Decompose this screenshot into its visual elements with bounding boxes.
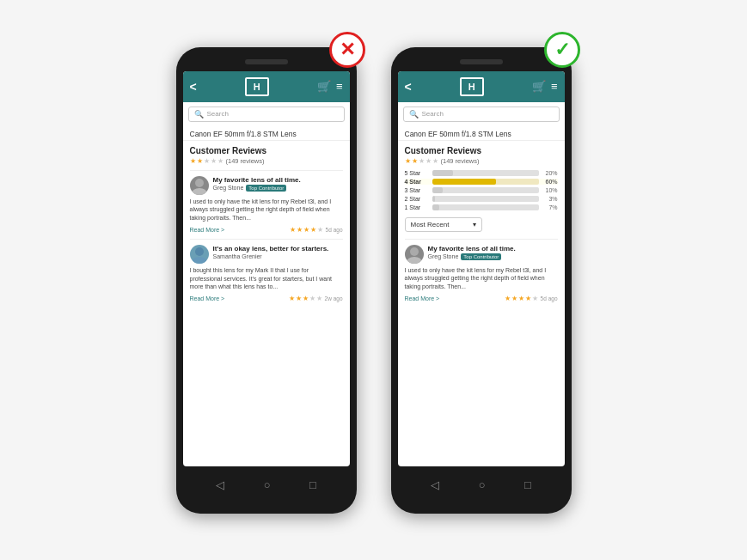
review-stars-time-2-bad: ★ ★ ★ ★ ★ 2w ago	[289, 295, 343, 302]
logo-good: H	[460, 77, 484, 96]
back-button-good[interactable]: <	[405, 80, 412, 94]
svg-point-3	[192, 257, 207, 264]
rating-bar-bg-3	[432, 187, 539, 193]
bad-phone-nav: ◁ ○ □	[183, 472, 350, 498]
svg-point-4	[410, 247, 419, 256]
back-button-bad[interactable]: <	[190, 80, 197, 94]
review-header-2-bad: It's an okay lens, better for starters. …	[190, 245, 343, 264]
overall-stars-good: ★ ★ ★ ★ ★	[405, 157, 438, 165]
reviewer-name-2-bad: Samantha Grenier	[213, 253, 262, 259]
reviewer-row-1-good: Greg Stone Top Contributor	[428, 253, 558, 260]
phone-speaker-good	[460, 59, 503, 64]
review-count-bad: (149 reviews)	[226, 157, 265, 165]
rating-bar-fill-4	[432, 179, 496, 185]
top-bar-icons-bad: 🛒 ≡	[317, 80, 343, 93]
logo-bad: H	[245, 77, 269, 96]
good-phone-nav: ◁ ○ □	[398, 472, 565, 498]
star-4-bad: ★	[211, 157, 217, 165]
read-more-1-bad[interactable]: Read More >	[190, 227, 225, 233]
rating-row-4: 4 Star 60%	[405, 179, 558, 185]
rating-pct-3: 10%	[542, 187, 558, 193]
review-stars-1-bad: ★ ★ ★ ★ ★	[290, 226, 323, 234]
reviews-section-bad: Customer Reviews ★ ★ ★ ★ ★ (149 reviews)	[183, 141, 350, 313]
review-title-2-bad: It's an okay lens, better for starters.	[213, 245, 343, 253]
nav-back-good[interactable]: ◁	[431, 478, 439, 491]
nav-recent-bad[interactable]: □	[309, 478, 316, 491]
review-title-1-bad: My favorite lens of all time.	[213, 176, 343, 184]
rating-bar-fill-1	[432, 204, 440, 210]
avatar-1-bad	[190, 176, 209, 195]
review-footer-1-bad: Read More > ★ ★ ★ ★ ★ 5d ago	[190, 226, 343, 234]
rating-row-1: 1 Star 7%	[405, 204, 558, 210]
review-card-1-good: My favorite lens of all time. Greg Stone…	[405, 239, 558, 307]
sort-arrow-icon: ▾	[473, 221, 476, 228]
bad-badge: ✕	[329, 32, 365, 68]
rating-row-3: 3 Star 10%	[405, 187, 558, 193]
menu-icon-good[interactable]: ≡	[551, 80, 558, 93]
phone-speaker	[245, 59, 288, 64]
rating-bar-fill-5	[432, 170, 454, 176]
reviews-title-bad: Customer Reviews	[190, 146, 343, 155]
review-header-1-good: My favorite lens of all time. Greg Stone…	[405, 245, 558, 264]
stars-summary-bad: ★ ★ ★ ★ ★ (149 reviews)	[190, 157, 343, 165]
product-name-good: Canon EF 50mm f/1.8 STM Lens	[398, 126, 565, 141]
reviewer-name-1-bad: Greg Stone	[213, 185, 244, 191]
rating-pct-1: 7%	[542, 204, 558, 210]
rating-row-5: 5 Star 20%	[405, 170, 558, 176]
search-icon-bad: 🔍	[194, 110, 204, 119]
nav-back-bad[interactable]: ◁	[216, 478, 224, 491]
rating-label-1: 1 Star	[405, 204, 429, 210]
rating-bar-bg-5	[432, 170, 539, 176]
cart-icon-bad[interactable]: 🛒	[317, 80, 331, 93]
good-badge: ✓	[544, 32, 580, 68]
rating-pct-4: 60%	[542, 179, 558, 185]
avatar-2-bad	[190, 245, 209, 264]
search-bar-bad: 🔍 Search	[183, 102, 350, 126]
sort-dropdown-good[interactable]: Most Recent ▾	[405, 217, 482, 232]
cart-icon-good[interactable]: 🛒	[532, 80, 546, 93]
star-1-bad: ★	[190, 157, 196, 165]
review-body-1-good: I used to only have the kit lens for my …	[405, 266, 558, 291]
nav-home-bad[interactable]: ○	[264, 478, 271, 491]
review-meta-2-bad: It's an okay lens, better for starters. …	[213, 245, 343, 259]
contributor-badge-1-bad: Top Contributor	[246, 185, 286, 192]
star-3-bad: ★	[204, 157, 210, 165]
rating-bar-bg-1	[432, 204, 539, 210]
rating-row-2: 2 Star 3%	[405, 196, 558, 202]
review-body-2-bad: I bought this lens for my Mark II that I…	[190, 266, 343, 291]
review-footer-2-bad: Read More > ★ ★ ★ ★ ★ 2w ago	[190, 295, 343, 302]
rating-bars-good: 5 Star 20% 4 Star 60%	[405, 170, 558, 210]
review-time-1-bad: 5d ago	[326, 227, 343, 233]
nav-home-good[interactable]: ○	[479, 478, 486, 491]
review-meta-1-good: My favorite lens of all time. Greg Stone…	[428, 245, 558, 260]
good-top-bar: < H 🛒 ≡	[398, 71, 565, 102]
search-placeholder-bad: Search	[207, 110, 229, 118]
svg-point-0	[195, 179, 204, 187]
product-name-bad: Canon EF 50mm f/1.8 STM Lens	[183, 126, 350, 141]
review-stars-time-1-good: ★ ★ ★ ★ ★ 5d ago	[505, 295, 558, 302]
rating-label-4: 4 Star	[405, 179, 429, 185]
search-input-bad[interactable]: 🔍 Search	[188, 107, 345, 122]
search-input-good[interactable]: 🔍 Search	[403, 107, 560, 122]
nav-recent-good[interactable]: □	[524, 478, 531, 491]
review-footer-1-good: Read More > ★ ★ ★ ★ ★ 5d ago	[405, 295, 558, 302]
search-placeholder-good: Search	[422, 110, 444, 118]
contributor-badge-1-good: Top Contributor	[461, 253, 501, 260]
rating-bar-bg-2	[432, 196, 539, 202]
reviewer-row-1-bad: Greg Stone Top Contributor	[213, 185, 343, 192]
rating-label-2: 2 Star	[405, 196, 429, 202]
svg-point-2	[195, 247, 204, 256]
svg-point-1	[192, 188, 207, 195]
stars-summary-good: ★ ★ ★ ★ ★ (149 reviews)	[405, 157, 558, 165]
top-bar-icons-good: 🛒 ≡	[532, 80, 558, 93]
read-more-1-good[interactable]: Read More >	[405, 295, 440, 301]
bad-phone: < H 🛒 ≡ 🔍 Search Canon EF 50mm f/1.8 STM…	[176, 47, 357, 514]
rating-bar-bg-4	[432, 179, 539, 185]
review-title-1-good: My favorite lens of all time.	[428, 245, 558, 253]
menu-icon-bad[interactable]: ≡	[336, 80, 343, 93]
read-more-2-bad[interactable]: Read More >	[190, 295, 225, 301]
bad-phone-screen: < H 🛒 ≡ 🔍 Search Canon EF 50mm f/1.8 STM…	[183, 71, 350, 466]
search-bar-good: 🔍 Search	[398, 102, 565, 126]
review-meta-1-bad: My favorite lens of all time. Greg Stone…	[213, 176, 343, 192]
star-2-bad: ★	[197, 157, 203, 165]
